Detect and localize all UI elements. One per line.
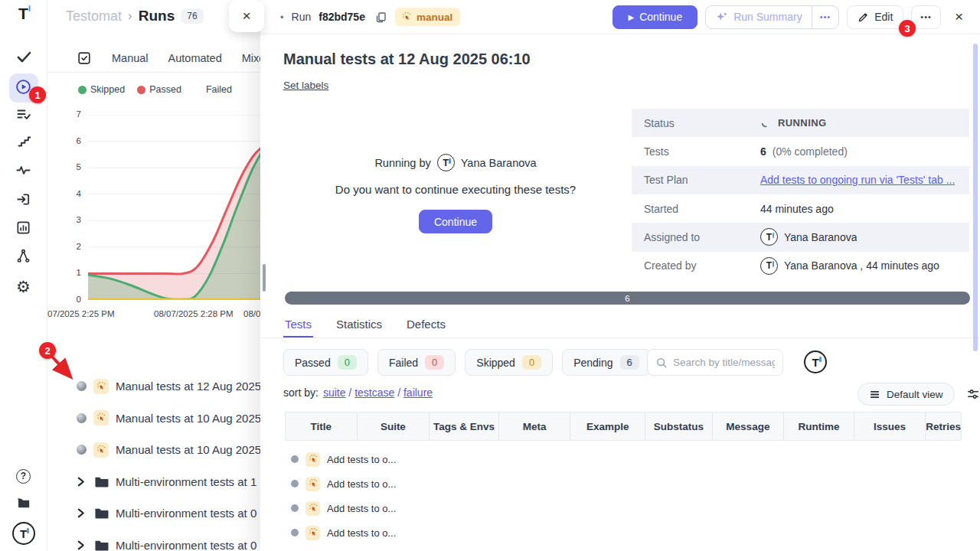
runs-filter-tab[interactable]: Automated <box>168 52 222 64</box>
sort-link[interactable]: failure <box>403 386 433 399</box>
assignee-avatar: T <box>760 228 778 246</box>
run-status-icon <box>77 413 87 423</box>
search-input[interactable] <box>673 357 775 368</box>
table-column-header[interactable]: Substatus <box>645 412 713 440</box>
runner-avatar: T <box>437 154 455 171</box>
chevron-right-icon[interactable] <box>77 540 85 550</box>
continue-button[interactable]: ▶ Continue <box>612 5 697 29</box>
manual-run-icon <box>93 410 109 425</box>
run-list-item[interactable]: Multi-environment tests at 0 <box>47 497 260 530</box>
table-row[interactable]: Add tests to o... <box>285 471 962 496</box>
detail-tab[interactable]: Tests <box>283 313 313 337</box>
run-list-item[interactable]: Manual tests at 10 Aug 2025 <box>47 403 260 435</box>
chevron-right-icon[interactable] <box>77 508 85 518</box>
detail-tab[interactable]: Defects <box>405 313 447 337</box>
run-summary-more-button[interactable]: ••• <box>812 6 839 28</box>
table-column-header[interactable]: Runtime <box>784 412 854 440</box>
detail-tab[interactable]: Statistics <box>335 313 384 337</box>
testomat-logo[interactable]: T <box>18 5 28 23</box>
breadcrumb-project[interactable]: Testomat <box>66 8 122 24</box>
table-column-header[interactable]: Title <box>286 412 358 440</box>
sidebar-item-pulse[interactable] <box>9 157 38 186</box>
run-info-table: Status RUNNING Tests 6 (0% completed) Te… <box>632 109 969 280</box>
test-title: Add tests to o... <box>327 454 396 465</box>
pencil-icon <box>858 11 869 23</box>
status-filter-button[interactable]: Failed 0 <box>377 349 456 376</box>
sort-controls: sort by: suite / testcase / <box>283 386 433 399</box>
table-column-header[interactable]: Tags & Envs <box>430 412 499 440</box>
sidebar-item-settings[interactable]: ⚙ <box>9 272 38 301</box>
table-row[interactable]: Add tests to o... <box>285 545 962 549</box>
info-row-test-plan: Test Plan Add tests to ongoing run via '… <box>632 166 969 194</box>
table-row[interactable]: Add tests to o... <box>285 447 962 471</box>
status-filter-button[interactable]: Passed 0 <box>283 349 368 376</box>
manual-run-icon <box>93 379 109 394</box>
tests-count: 6 <box>760 145 766 158</box>
gear-icon: ⚙ <box>16 279 31 295</box>
sidebar-item-import[interactable] <box>9 186 38 215</box>
run-list-item[interactable]: Multi-environment tests at 0 <box>47 530 260 551</box>
set-labels-link[interactable]: Set labels <box>283 80 328 91</box>
run-list-item[interactable]: Multi-environment tests at 1 <box>47 466 260 498</box>
runs-trend-chart <box>88 115 260 300</box>
table-column-header[interactable]: Suite <box>358 412 430 440</box>
sort-by-label: sort by: <box>283 386 318 399</box>
sidebar-item-projects[interactable] <box>9 490 38 519</box>
table-column-header[interactable]: Message <box>713 412 785 440</box>
close-icon[interactable]: × <box>950 8 968 25</box>
info-row-tests: Tests 6 (0% completed) <box>632 137 969 165</box>
search-box <box>647 349 783 376</box>
sidebar-item-help[interactable]: ? <box>9 461 38 491</box>
table-column-header[interactable]: Example <box>570 412 645 440</box>
test-plan-link[interactable]: Add tests to ongoing run via 'Tests' tab… <box>760 174 955 186</box>
column-settings-icon[interactable] <box>966 387 980 401</box>
import-icon <box>15 191 31 210</box>
sidebar-item-test-plans[interactable] <box>9 101 38 130</box>
sidebar-item-analytics[interactable] <box>9 214 38 243</box>
sidebar-item-milestones[interactable] <box>9 129 38 158</box>
run-item-label: Multi-environment tests at 0 <box>116 507 256 520</box>
status-filter-button[interactable]: Pending 6 <box>562 349 651 376</box>
runs-type-tabs: ManualAutomatedMixed <box>47 44 260 73</box>
tests-progress: (0% completed) <box>773 145 848 158</box>
manual-test-icon <box>305 452 320 467</box>
close-panel-button[interactable]: × <box>229 0 264 32</box>
run-item-label: Multi-environment tests at 1 <box>116 475 256 488</box>
runs-filter-tab[interactable]: Manual <box>112 52 149 64</box>
run-item-label: Multi-environment tests at 0 <box>116 539 256 551</box>
table-column-header[interactable]: Issues <box>854 412 926 440</box>
test-title: Add tests to o... <box>327 503 396 514</box>
run-summary-button[interactable]: Run Summary <box>706 6 811 28</box>
manual-test-icon <box>305 477 320 491</box>
detail-panel-scrollbar[interactable] <box>973 44 978 351</box>
more-actions-button[interactable]: ••• <box>911 5 941 29</box>
chevron-right-icon[interactable] <box>77 477 85 487</box>
copy-icon[interactable] <box>374 11 387 24</box>
bulk-select-icon[interactable] <box>77 51 92 66</box>
continue-prompt-button[interactable]: Continue <box>419 210 492 233</box>
runs-filter-tab[interactable]: Mixed <box>242 52 260 64</box>
runs-panel-scrollbar[interactable] <box>263 264 266 292</box>
runs-panel: Testomat › Runs 76 ManualAutomatedMixed … <box>47 0 260 551</box>
table-row[interactable]: Add tests to o... <box>285 520 962 545</box>
default-view-button[interactable]: Default view <box>858 383 955 406</box>
edit-button[interactable]: Edit <box>847 5 903 29</box>
detail-tabs: TestsStatisticsDefects <box>260 313 980 338</box>
list-view-icon <box>869 389 880 400</box>
info-row-started: Started 44 minutes ago <box>632 194 969 223</box>
legend-label: Skipped <box>90 84 125 95</box>
status-filter-button[interactable]: Skipped 0 <box>465 349 553 376</box>
filter-user-avatar[interactable]: T <box>804 350 827 373</box>
run-list-item[interactable]: Manual tests at 10 Aug 2025 <box>47 434 260 466</box>
table-row[interactable]: Add tests to o... <box>285 496 962 520</box>
sidebar-item-tests[interactable] <box>9 44 38 73</box>
sidebar-user-avatar[interactable]: T <box>9 519 38 548</box>
sidebar-item-branches[interactable] <box>9 243 38 272</box>
table-column-header[interactable]: Meta <box>499 412 571 440</box>
sort-link[interactable]: suite <box>323 386 346 399</box>
run-progress-bar: 6 <box>285 292 970 305</box>
status-value: RUNNING <box>778 117 826 129</box>
sort-link[interactable]: testcase <box>354 386 394 399</box>
run-item-label: Manual tests at 10 Aug 2025 <box>116 443 260 456</box>
table-column-header[interactable]: Retries <box>926 412 961 440</box>
